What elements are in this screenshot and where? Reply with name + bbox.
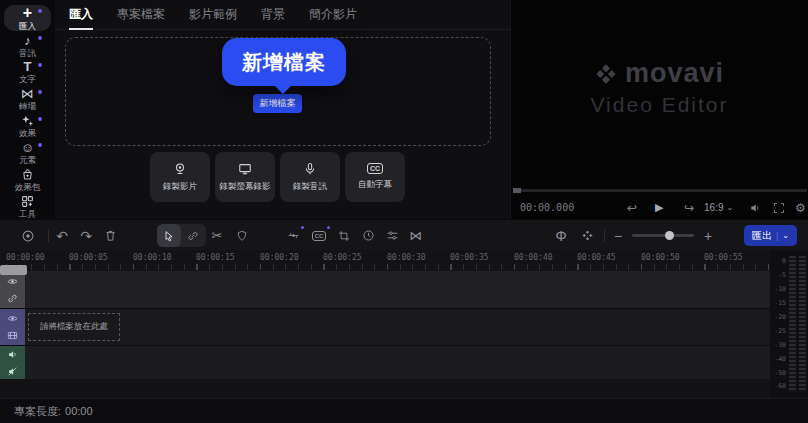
skip-back-icon[interactable]: ↩ [627, 202, 637, 214]
filters-sliders-icon[interactable] [382, 220, 402, 251]
db-label: -25 [774, 328, 786, 335]
db-label: -20 [774, 314, 786, 321]
smiley-icon: ☺ [21, 140, 34, 155]
gear-icon[interactable]: ⚙ [795, 202, 806, 214]
ruler-label: 00:00:00 [6, 253, 45, 262]
record-button-label: 自動字幕 [358, 179, 392, 191]
trash-icon[interactable] [100, 220, 120, 251]
zoom-in-icon[interactable]: + [700, 220, 716, 251]
export-label: 匯出 [752, 229, 772, 243]
playhead-grip[interactable] [0, 265, 27, 275]
movavi-clover-icon [595, 63, 617, 85]
sidebar-item-effects[interactable]: 效果 [4, 113, 51, 139]
play-icon[interactable]: ▶ [655, 202, 663, 213]
sidebar-item-import[interactable]: + 匯入 [4, 5, 51, 31]
sidebar-item-text[interactable]: T 文字 [4, 59, 51, 85]
video-track-lane[interactable]: 請將檔案放在此處 [25, 309, 770, 345]
preview-seekbar[interactable] [513, 189, 807, 192]
subtitles-cc-icon: CC [367, 163, 383, 174]
subtitles-cc-tool-icon[interactable]: CC [309, 220, 329, 251]
filmstrip-icon[interactable] [7, 330, 18, 341]
audio-levels-phi-icon[interactable]: Φ [551, 220, 571, 251]
tab-project-files[interactable]: 專案檔案 [117, 0, 165, 30]
export-button[interactable]: 匯出 | ⌄ [744, 225, 797, 246]
chevron-down-icon: ⌄ [782, 231, 789, 240]
notification-dot [38, 90, 42, 94]
tab-backgrounds[interactable]: 背景 [261, 0, 285, 30]
link-clips-tool[interactable] [181, 224, 205, 247]
tab-sample-videos[interactable]: 影片範例 [189, 0, 237, 30]
ruler-label: 00:00:30 [387, 253, 426, 262]
zoom-out-icon[interactable]: − [610, 220, 626, 251]
sidebar-item-elements[interactable]: ☺ 元素 [4, 139, 51, 165]
ruler-label: 00:00:15 [196, 253, 235, 262]
video-track: 請將檔案放在此處 [0, 309, 770, 345]
overlay-track [0, 271, 770, 308]
seekbar-position[interactable] [513, 188, 521, 193]
notification-dot [38, 9, 42, 13]
speaker-icon[interactable] [7, 349, 18, 360]
overlay-track-lane[interactable] [25, 271, 770, 308]
sidebar-item-label: 音訊 [19, 49, 36, 58]
auto-subtitles-button[interactable]: CC 自動字幕 [345, 152, 405, 202]
ruler-label: 00:00:20 [260, 253, 299, 262]
timeline-zoom-slider[interactable] [632, 234, 694, 237]
record-button-label: 錄製音訊 [293, 181, 327, 193]
ruler-label: 00:00:05 [69, 253, 108, 262]
status-bar: 專案長度: 00:00 [0, 398, 808, 423]
tool-mode-group [157, 224, 206, 247]
record-audio-button[interactable]: 錄製音訊 [280, 152, 340, 202]
sidebar-item-label: 轉場 [19, 102, 36, 111]
audio-track-lane[interactable] [25, 346, 770, 379]
fullscreen-icon[interactable] [773, 202, 785, 214]
project-length-value: 00:00 [65, 405, 93, 417]
ruler-ticks [6, 264, 770, 270]
tooltip-text: 新增檔案 [242, 49, 326, 76]
db-label: -60 [774, 383, 786, 390]
shield-marker-icon[interactable] [232, 220, 252, 251]
timeline-empty-area[interactable] [0, 379, 770, 398]
divider [604, 229, 605, 242]
color-clover-icon[interactable] [577, 220, 597, 251]
eye-visibility-icon[interactable] [7, 276, 18, 287]
aspect-ratio-value: 16:9 [704, 203, 723, 213]
zoom-slider-handle[interactable] [665, 231, 674, 240]
keyframe-animation-icon[interactable] [283, 220, 303, 251]
sidebar-item-transitions[interactable]: ⋈ 轉場 [4, 86, 51, 112]
sidebar-item-label: 匯入 [19, 22, 36, 31]
meter-bar-left [789, 256, 796, 392]
crop-icon[interactable] [334, 220, 354, 251]
record-video-button[interactable]: 錄製影片 [150, 152, 210, 202]
tab-import[interactable]: 匯入 [69, 0, 93, 30]
record-screen-button[interactable]: 錄製螢幕錄影 [215, 152, 275, 202]
tab-intro-videos[interactable]: 簡介影片 [309, 0, 357, 30]
tools-grid-icon [21, 194, 34, 209]
record-capture-icon[interactable] [18, 220, 38, 251]
sidebar-item-audio[interactable]: ♪ 音訊 [4, 32, 51, 58]
eye-visibility-icon[interactable] [7, 313, 18, 324]
clip-speed-icon[interactable] [358, 220, 378, 251]
select-cursor-tool[interactable] [157, 224, 181, 247]
volume-icon[interactable] [749, 202, 761, 214]
add-files-tooltip: 新增檔案 [222, 38, 346, 86]
ruler-label: 00:00:10 [133, 253, 172, 262]
sidebar-item-effect-packs[interactable]: 效果包 [4, 166, 51, 192]
speaker-muted-icon[interactable] [7, 366, 18, 377]
track-drop-hint[interactable]: 請將檔案放在此處 [28, 313, 120, 341]
skip-forward-icon[interactable]: ↪ [684, 202, 694, 214]
sidebar-item-tools[interactable]: 工具 [4, 193, 51, 219]
export-divider: | [776, 231, 778, 241]
text-icon: T [24, 59, 32, 74]
project-length-label: 專案長度: [14, 404, 61, 419]
transition-icon: ⋈ [21, 86, 34, 101]
add-files-button[interactable]: 新增檔案 [253, 94, 302, 113]
aspect-ratio-dropdown[interactable]: 16:9 ⌄ [704, 203, 733, 213]
transition-tool-icon[interactable]: ⋈ [406, 220, 426, 251]
redo-icon[interactable]: ↷ [76, 220, 96, 251]
split-scissors-icon[interactable]: ✂ [207, 220, 227, 251]
undo-icon[interactable]: ↶ [52, 220, 72, 251]
db-label: -5 [778, 272, 786, 279]
timeline-ruler[interactable]: 00:00:00 00:00:05 00:00:10 00:00:15 00:0… [0, 250, 770, 271]
link-track-icon[interactable] [7, 293, 18, 304]
watermark: movavi Video Editor [511, 58, 808, 117]
